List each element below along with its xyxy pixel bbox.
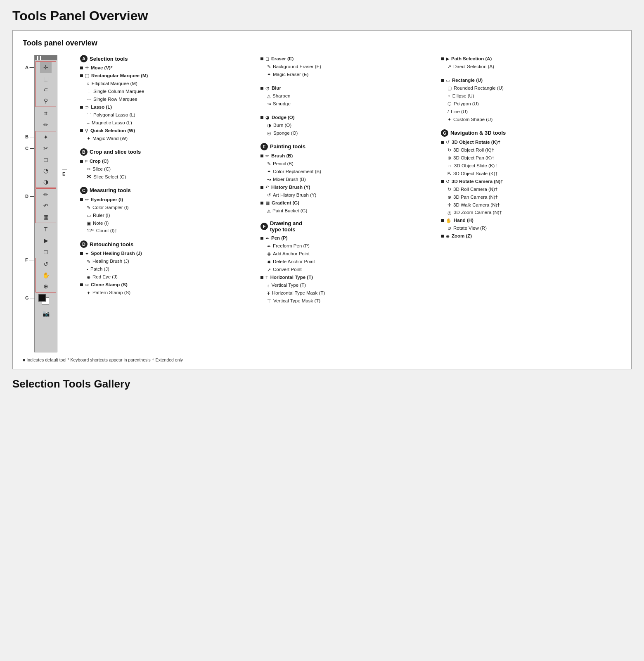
section-nav3d: G Navigation & 3D tools — [441, 129, 617, 137]
tool-lasso[interactable]: ⊂ — [40, 84, 52, 95]
gallery-title: Selection Tools Gallery — [12, 378, 632, 390]
list-item: ⌗Crop (C) — [80, 157, 256, 165]
list-item: ⬚Rectangular Marquee (M) — [80, 72, 256, 80]
list-item: ⌣Magnetic Lasso (L) — [80, 119, 256, 127]
list-item: ⊕3D Pan Camera (N)† — [441, 193, 617, 201]
list-item: ◎3D Zoom Camera (N)† — [441, 209, 617, 216]
tool-history-brush[interactable]: ↶ — [40, 200, 52, 211]
list-crop: ⌗Crop (C) ✂Slice (C) ✀Slice Select (C) — [80, 157, 256, 181]
tool-path-selection[interactable]: ▶ — [40, 235, 52, 246]
tool-3d-rotate[interactable]: ↺ — [40, 259, 52, 269]
list-item: ⚲Quick Selection (W) — [80, 127, 256, 135]
content-area: A — B — C — D — — E F — G — ▐▐ — [23, 55, 621, 352]
list-item: ↝Smudge — [260, 100, 437, 108]
list-shapes: ▭Rectangle (U) ▢Rounded Rectangle (U) ○E… — [441, 76, 617, 124]
main-box: Tools panel overview A — B — C — D — — E… — [12, 30, 632, 369]
section-crop: B Crop and slice tools — [80, 148, 256, 156]
tool-blur[interactable]: ◔ — [40, 165, 52, 176]
list-item: ✎Color Sampler (I) — [80, 204, 256, 212]
tool-zoom[interactable]: ⊕ — [40, 281, 52, 292]
tool-gradient[interactable]: ▦ — [40, 212, 52, 222]
list-item: ✦Pattern Stamp (S) — [80, 289, 256, 297]
section-selection: A Selection tools — [80, 55, 256, 62]
list-item: ⬡Polygon (U) — [441, 100, 617, 108]
list-painting: ✏Brush (B) ✎Pencil (B) ✦Color Replacemen… — [260, 152, 437, 215]
list-item: ⊕Zoom (Z) — [441, 232, 617, 240]
list-item: ⊃Lasso (L) — [80, 103, 256, 111]
list-item: ✏Brush (B) — [260, 152, 437, 160]
columns-area: A Selection tools ✛Move (V)* ⬚Rectangula… — [80, 55, 621, 352]
section-painting: E Painting tools — [260, 143, 437, 150]
tool-pen[interactable]: ◻ — [40, 246, 52, 257]
list-item: ◔Blur — [260, 84, 437, 92]
list-item: ↕Vertical Type (T) — [260, 281, 437, 289]
list-item: ✎Background Eraser (E) — [260, 63, 437, 71]
tool-crop[interactable]: ⌗ — [40, 108, 52, 119]
list-item: ▦Gradient (G) — [260, 199, 437, 207]
tool-quick-select[interactable]: ⚲ — [40, 95, 52, 106]
tool-eyedropper[interactable]: ✏ — [40, 119, 52, 130]
list-item: ✏Eyedropper (I) — [80, 196, 256, 204]
list-item: ↺3D Rotate Camera (N)† — [441, 178, 617, 185]
list-item: ✎Healing Brush (J) — [80, 257, 256, 265]
section-drawing: F Drawing andtype tools — [260, 220, 437, 233]
list-item: ◕Dodge (O) — [260, 114, 437, 121]
list-item: ⊤Vertical Type Mask (T) — [260, 297, 437, 305]
list-item: ✋Hand (H) — [441, 216, 617, 224]
list-item: ↻3D Roll Camera (N)† — [441, 185, 617, 193]
list-item: ◬Paint Bucket (G) — [260, 207, 437, 215]
tool-type[interactable]: T — [40, 224, 52, 235]
col-3: ▶Path Selection (A) ↗Direct Selection (A… — [441, 55, 621, 352]
tools-panel-graphic: A — B — C — D — — E F — G — ▐▐ — [23, 55, 70, 352]
label-d: D — — [25, 194, 34, 199]
list-item: ✦Magic Wand (W) — [80, 135, 256, 143]
tool-clone[interactable]: ✂ — [40, 143, 52, 154]
col-1: A Selection tools ✛Move (V)* ⬚Rectangula… — [80, 55, 260, 352]
tool-healing[interactable]: ✦ — [40, 132, 52, 143]
section-measuring: C Measuring tools — [80, 187, 256, 194]
list-dodge: ◕Dodge (O) ◑Burn (O) ◎Sponge (O) — [260, 114, 437, 137]
list-item: ↶History Brush (Y) — [260, 183, 437, 191]
label-c: C — — [25, 146, 34, 151]
list-item: ✀Slice Select (C) — [80, 173, 256, 181]
tool-move[interactable]: ✛ — [40, 62, 52, 73]
list-item: ▶Path Selection (A) — [441, 55, 617, 63]
box-title: Tools panel overview — [23, 39, 621, 48]
list-item: ○Ellipse (U) — [441, 92, 617, 100]
col-2: ◻Eraser (E) ✎Background Eraser (E) ✦Magi… — [260, 55, 441, 352]
list-item: ✖Delete Anchor Point — [260, 258, 437, 266]
list-item: ↻3D Object Roll (K)† — [441, 146, 617, 154]
tool-brush[interactable]: ✏ — [40, 189, 52, 200]
list-item: ✒Freeform Pen (P) — [260, 242, 437, 250]
list-item: ↺3D Object Rotate (K)† — [441, 138, 617, 146]
list-item: ↔3D Object Slide (K)† — [441, 162, 617, 170]
list-item: ↺Art History Brush (Y) — [260, 191, 437, 199]
list-item: ◎Sponge (O) — [260, 129, 437, 137]
list-item: 12³ Count (I)† — [80, 227, 256, 235]
tool-dodge[interactable]: ◑ — [40, 176, 52, 187]
tool-hand[interactable]: ✋ — [40, 270, 52, 281]
list-item: ↗Convert Point — [260, 266, 437, 273]
list-item: ○Elliptical Marquee (M) — [80, 80, 256, 88]
tool-eraser[interactable]: ◻ — [40, 154, 52, 165]
list-item: ✎Pencil (B) — [260, 160, 437, 168]
list-item: ✂Slice (C) — [80, 165, 256, 173]
list-item: ⌒Polygonal Lasso (L) — [80, 111, 256, 119]
list-item: ✦Spot Healing Brush (J) — [80, 250, 256, 257]
list-item: △Sharpen — [260, 92, 437, 100]
list-item: ⊕Red Eye (J) — [80, 273, 256, 281]
list-eraser: ◻Eraser (E) ✎Background Eraser (E) ✦Magi… — [260, 55, 437, 78]
label-g: G — — [25, 295, 35, 300]
list-blur: ◔Blur △Sharpen ↝Smudge — [260, 84, 437, 108]
list-item: ↺Rotate View (R) — [441, 224, 617, 232]
label-f: F — — [25, 257, 34, 262]
footnote: ■ Indicates default tool * Keyboard shor… — [23, 357, 621, 362]
list-item: ✦Color Replacement (B) — [260, 168, 437, 176]
list-item: ▪Patch (J) — [80, 265, 256, 273]
tool-camera[interactable]: 📷 — [40, 308, 52, 319]
list-item: ⊕3D Object Pan (K)† — [441, 154, 617, 162]
list-item: ▭Rectangle (U) — [441, 76, 617, 84]
label-b: B — — [25, 134, 34, 139]
tool-marquee[interactable]: ⬚ — [40, 73, 52, 84]
list-drawing: ✒Pen (P) ✒Freeform Pen (P) ✚Add Anchor P… — [260, 234, 437, 305]
